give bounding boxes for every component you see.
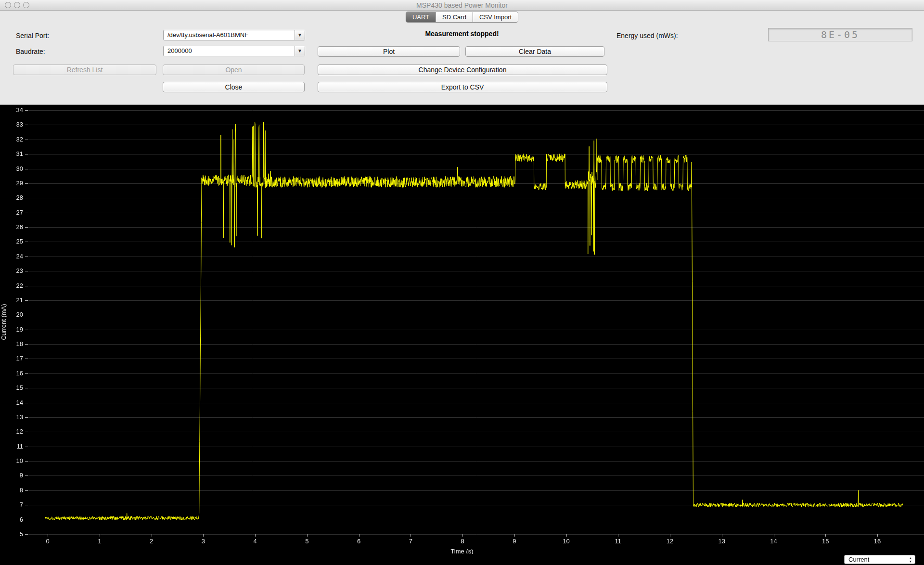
y-tick-label: 12 [0, 428, 23, 436]
export-to-csv-button[interactable]: Export to CSV [318, 82, 607, 92]
y-tick-label: 30 [0, 165, 23, 173]
x-tick-label: 0 [38, 538, 57, 545]
chevron-down-icon: ▼ [295, 46, 305, 56]
y-tick-label: 21 [0, 296, 23, 304]
y-tick-label: 15 [0, 384, 23, 392]
tab-bar: UART SD Card CSV Import [406, 12, 518, 23]
y-tick-label: 8 [0, 487, 23, 494]
y-tick-label: 7 [0, 501, 23, 509]
x-tick-label: 2 [142, 538, 161, 545]
x-tick-label: 9 [505, 538, 524, 545]
y-tick-label: 34 [0, 106, 23, 114]
control-panel: Serial Port: /dev/tty.usbserial-A601BMNF… [0, 11, 924, 105]
baudrate-label: Baudrate: [16, 48, 45, 55]
y-tick-label: 10 [0, 457, 23, 465]
clear-data-button[interactable]: Clear Data [465, 46, 604, 57]
x-tick-label: 11 [608, 538, 628, 545]
window-title: MSP430 based Power Monitor [0, 0, 924, 11]
current-trace-canvas [0, 105, 924, 554]
y-tick-label: 26 [0, 223, 23, 231]
tab-uart[interactable]: UART [406, 12, 436, 22]
x-tick-label: 10 [557, 538, 576, 545]
tab-csv-import[interactable]: CSV Import [473, 12, 518, 22]
y-tick-label: 24 [0, 253, 23, 260]
serial-port-select[interactable]: /dev/tty.usbserial-A601BMNF ▼ [163, 30, 305, 40]
energy-lcd-display: 8E-05 [768, 28, 912, 41]
plot-button[interactable]: Plot [318, 46, 460, 57]
serial-port-value: /dev/tty.usbserial-A601BMNF [167, 30, 293, 40]
y-tick-label: 25 [0, 238, 23, 245]
y-tick-label: 31 [0, 150, 23, 158]
x-tick-label: 6 [349, 538, 369, 545]
x-tick-label: 5 [297, 538, 317, 545]
window-titlebar: MSP430 based Power Monitor [0, 0, 924, 11]
x-tick-label: 16 [868, 538, 887, 545]
x-tick-label: 8 [453, 538, 472, 545]
y-tick-label: 29 [0, 180, 23, 187]
x-tick-label: 15 [816, 538, 835, 545]
y-tick-label: 23 [0, 267, 23, 275]
y-tick-label: 11 [0, 443, 23, 450]
baudrate-select[interactable]: 2000000 ▼ [163, 46, 305, 56]
tab-sd-card[interactable]: SD Card [436, 12, 473, 22]
current-plot: Current (mA) Time (s) 567891011121314151… [0, 105, 924, 554]
y-tick-label: 13 [0, 413, 23, 421]
refresh-list-button[interactable]: Refresh List [13, 64, 156, 75]
y-tick-label: 28 [0, 194, 23, 202]
x-tick-label: 14 [764, 538, 783, 545]
serial-port-label: Serial Port: [16, 32, 49, 39]
x-tick-label: 3 [193, 538, 213, 545]
y-tick-label: 32 [0, 136, 23, 143]
y-tick-label: 27 [0, 209, 23, 217]
change-device-configuration-button[interactable]: Change Device Configuration [318, 64, 607, 75]
y-tick-label: 5 [0, 530, 23, 538]
x-tick-label: 13 [712, 538, 732, 545]
energy-used-label: Energy used (mWs): [616, 32, 678, 39]
series-select[interactable]: Current ▲▼ [844, 555, 915, 564]
close-button[interactable]: Close [163, 82, 305, 92]
x-tick-label: 1 [90, 538, 109, 545]
open-button[interactable]: Open [163, 64, 305, 75]
series-select-value: Current [848, 555, 869, 564]
baudrate-value: 2000000 [167, 46, 293, 56]
y-tick-label: 19 [0, 326, 23, 334]
y-tick-label: 22 [0, 282, 23, 290]
y-tick-label: 6 [0, 516, 23, 524]
updown-arrows-icon: ▲▼ [907, 556, 914, 563]
x-tick-label: 12 [660, 538, 680, 545]
y-tick-label: 18 [0, 340, 23, 348]
y-tick-label: 14 [0, 399, 23, 407]
status-text: Measurement stopped! [425, 30, 499, 38]
y-tick-label: 16 [0, 370, 23, 377]
x-tick-label: 4 [245, 538, 265, 545]
y-tick-label: 9 [0, 472, 23, 479]
x-tick-label: 7 [401, 538, 420, 545]
chevron-down-icon: ▼ [295, 30, 305, 40]
y-tick-label: 33 [0, 121, 23, 128]
y-tick-label: 20 [0, 311, 23, 319]
y-tick-label: 17 [0, 355, 23, 362]
bottom-bar: Current ▲▼ [0, 554, 924, 565]
